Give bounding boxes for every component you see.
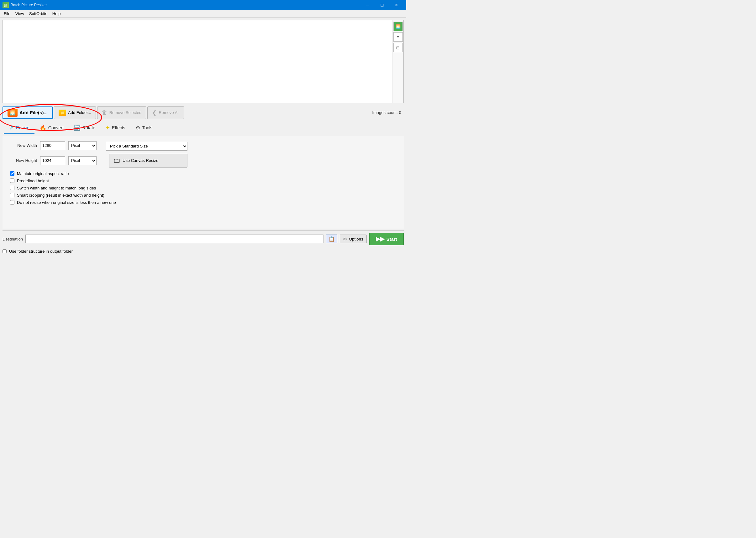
- add-folder-label: Add Folder...: [68, 110, 91, 115]
- menu-file[interactable]: File: [1, 11, 13, 17]
- app-title: Batch Picture Resizer: [11, 3, 360, 7]
- remove-selected-label: Remove Selected: [109, 110, 142, 115]
- side-toolbar: 🌅 ≡ ⊞: [392, 20, 404, 103]
- view-grid-button[interactable]: ⊞: [393, 43, 403, 52]
- smart-crop-checkbox[interactable]: [10, 193, 14, 197]
- no-resize-checkbox[interactable]: [10, 200, 14, 204]
- tab-resize[interactable]: ↗ Resize: [4, 122, 34, 134]
- no-resize-label: Do not resize when original size is less…: [17, 200, 116, 205]
- destination-label: Destination: [3, 237, 23, 242]
- height-label: New Height: [9, 158, 37, 163]
- title-bar: 🖼 Batch Picture Resizer ─ □ ✕: [0, 0, 406, 10]
- menu-softorbits[interactable]: SoftOrbits: [27, 11, 50, 17]
- smart-crop-label: Smart cropping (result in exact width an…: [17, 193, 104, 197]
- tab-effects[interactable]: ✦ Effects: [100, 123, 130, 134]
- canvas-resize-button[interactable]: 🗃 Use Canvas Resize: [109, 154, 187, 168]
- folder-icon: 📁: [59, 110, 66, 116]
- close-button[interactable]: ✕: [389, 0, 404, 10]
- view-list-button[interactable]: ≡: [393, 32, 403, 42]
- width-label: New Width: [9, 143, 37, 148]
- maximize-button[interactable]: □: [375, 0, 389, 10]
- minimize-button[interactable]: ─: [360, 0, 375, 10]
- app-body: 🌅 ≡ ⊞ Add File(s)... 📁 Add Folder... 🗑 R…: [0, 18, 406, 256]
- image-area: [3, 20, 392, 103]
- image-area-wrapper: 🌅 ≡ ⊞: [3, 20, 404, 103]
- resize-tab-icon: ↗: [9, 124, 14, 132]
- add-files-label: Add File(s)...: [20, 110, 48, 115]
- tab-tools[interactable]: ⚙ Tools: [130, 123, 158, 134]
- toolbar-area: Add File(s)... 📁 Add Folder...: [3, 106, 96, 119]
- remove-all-icon: ❮: [152, 109, 157, 116]
- use-folder-row: Use folder structure in output folder: [3, 249, 404, 254]
- gear-icon: ⚙: [343, 237, 347, 242]
- tools-tab-label: Tools: [142, 125, 153, 130]
- images-count-label: Images count:: [372, 110, 398, 115]
- maintain-aspect-row: Maintain original aspect ratio: [9, 171, 398, 176]
- standard-size-select[interactable]: Pick a Standard Size: [106, 142, 187, 151]
- images-count-value: 0: [399, 110, 401, 115]
- use-folder-structure-label: Use folder structure in output folder: [9, 249, 73, 254]
- tab-rotate[interactable]: 🔄 Rotate: [69, 123, 100, 134]
- rotate-tab-icon: 🔄: [74, 124, 81, 131]
- convert-tab-icon: 🔥: [39, 124, 46, 131]
- canvas-resize-icon: 🗃: [114, 157, 120, 164]
- predefined-height-row: Predefined height: [9, 179, 398, 183]
- remove-selected-icon: 🗑: [102, 109, 107, 116]
- window-controls: ─ □ ✕: [360, 0, 404, 10]
- start-label: Start: [387, 237, 397, 242]
- convert-tab-label: Convert: [48, 125, 64, 130]
- rotate-tab-label: Rotate: [83, 125, 95, 130]
- options-button[interactable]: ⚙ Options: [340, 235, 367, 243]
- menu-help[interactable]: Help: [50, 11, 63, 17]
- destination-browse-button[interactable]: 📋: [326, 235, 337, 243]
- tabs-row: ↗ Resize 🔥 Convert 🔄 Rotate ✦ Effects ⚙ …: [3, 122, 404, 134]
- maintain-aspect-checkbox[interactable]: [10, 171, 14, 176]
- height-unit-select[interactable]: PixelPercentcmmminch: [68, 156, 96, 165]
- menu-bar: File View SoftOrbits Help: [0, 10, 406, 18]
- remove-all-button[interactable]: ❮ Remove All: [147, 106, 184, 119]
- images-count: Images count: 0: [372, 110, 404, 115]
- predefined-height-checkbox[interactable]: [10, 179, 14, 183]
- options-label: Options: [349, 237, 363, 242]
- width-row: New Width PixelPercentcmmminch: [9, 141, 96, 150]
- start-button[interactable]: ▶▶ Start: [369, 233, 404, 245]
- height-input[interactable]: [40, 156, 65, 165]
- resize-tab-label: Resize: [16, 125, 30, 130]
- canvas-resize-label: Use Canvas Resize: [123, 158, 158, 163]
- settings-panel: New Width PixelPercentcmmminch New Heigh…: [3, 136, 404, 229]
- no-resize-row: Do not resize when original size is less…: [9, 200, 398, 205]
- browse-icon: 📋: [329, 236, 335, 242]
- tab-convert[interactable]: 🔥 Convert: [34, 123, 69, 134]
- toolbar-row: Add File(s)... 📁 Add Folder... 🗑 Remove …: [3, 105, 404, 120]
- switch-wh-row: Switch width and height to match long si…: [9, 186, 398, 190]
- add-files-button[interactable]: Add File(s)...: [3, 106, 53, 119]
- start-icon: ▶▶: [376, 236, 385, 242]
- maintain-aspect-label: Maintain original aspect ratio: [17, 171, 69, 176]
- effects-tab-label: Effects: [112, 125, 125, 130]
- bottom-bar: Destination 📋 ⚙ Options ▶▶ Start: [3, 231, 404, 247]
- remove-selected-button[interactable]: 🗑 Remove Selected: [97, 106, 146, 119]
- app-icon: 🖼: [3, 2, 9, 8]
- use-folder-structure-checkbox[interactable]: [3, 249, 7, 253]
- destination-input[interactable]: [26, 235, 324, 243]
- tools-tab-icon: ⚙: [135, 124, 140, 131]
- effects-tab-icon: ✦: [105, 124, 110, 131]
- smart-crop-row: Smart cropping (result in exact width an…: [9, 193, 398, 197]
- width-unit-select[interactable]: PixelPercentcmmminch: [68, 141, 96, 150]
- add-folder-button[interactable]: 📁 Add Folder...: [54, 106, 96, 119]
- view-thumbnail-button[interactable]: 🌅: [393, 22, 403, 31]
- remove-all-label: Remove All: [158, 110, 179, 115]
- height-row: New Height PixelPercentcmmminch: [9, 156, 96, 165]
- switch-wh-label: Switch width and height to match long si…: [17, 186, 96, 190]
- menu-view[interactable]: View: [13, 11, 27, 17]
- width-input[interactable]: [40, 141, 65, 150]
- switch-wh-checkbox[interactable]: [10, 186, 14, 190]
- predefined-height-label: Predefined height: [17, 179, 49, 183]
- add-files-icon: [8, 109, 18, 117]
